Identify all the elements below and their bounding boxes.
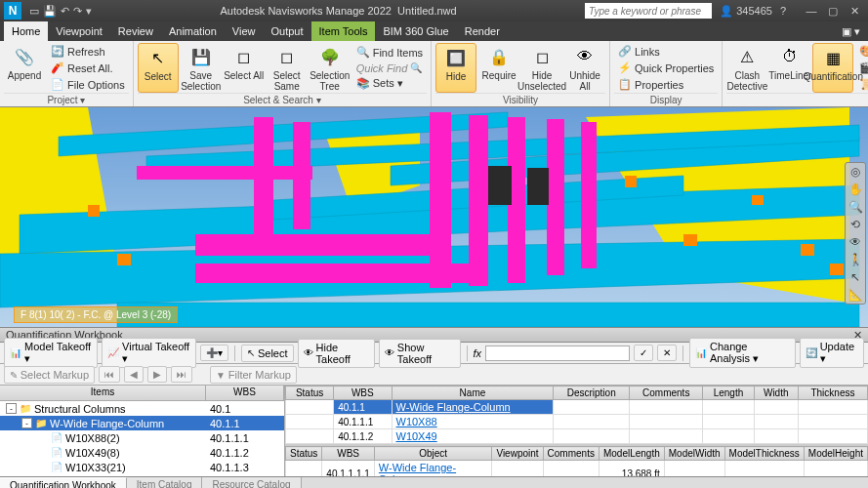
column-header[interactable]: WBS [334,386,392,400]
column-header[interactable]: Length [703,386,754,400]
column-header[interactable]: ModelThickness [724,447,804,461]
file-options-button[interactable]: 📄File Options [47,77,129,93]
show-takeoff-button[interactable]: 👁 Show Takeoff [379,339,461,368]
close-icon[interactable]: ✕ [845,5,864,18]
group-select-search[interactable]: Select & Search ▾ [138,93,427,106]
update-button[interactable]: 🔄 Update ▾ [800,338,864,368]
tab-resource-catalog[interactable]: Resource Catalog [202,477,301,488]
column-header[interactable]: ModelWidth [664,447,724,461]
model-takeoff-button[interactable]: 📊 Model Takeoff ▾ [4,338,98,368]
column-header[interactable]: ModelHeight [804,447,867,461]
grid-row[interactable]: 40.1.1.2W10X49 [286,429,868,444]
column-header[interactable]: Comments [543,447,599,461]
minimize-icon[interactable]: — [802,5,821,18]
tab-review[interactable]: Review [110,21,161,41]
timeliner-button[interactable]: ⏱TimeLiner [769,43,810,93]
tab-view[interactable]: View [225,21,264,41]
select-markup-button[interactable]: ✎ Select Markup [4,366,95,384]
tree-header-wbs[interactable]: WBS [206,386,284,400]
tree-row[interactable]: 📄W10X45(2)40.1.1.4 [0,474,284,476]
maximize-icon[interactable]: ▢ [823,5,843,18]
qat-redo-icon[interactable]: ↷ [73,5,82,18]
reset-all-button[interactable]: 🧨Reset All. [47,61,129,76]
tab-bim360[interactable]: BIM 360 Glue [375,21,456,41]
tab-item-catalog[interactable]: Item Catalog [127,477,203,488]
fx-cancel-icon[interactable]: ✕ [657,345,677,361]
virtual-takeoff-button[interactable]: 📈 Virtual Takeoff ▾ [102,338,196,368]
app-logo[interactable]: N [4,2,21,20]
tab-viewpoint[interactable]: Viewpoint [48,21,110,41]
tab-home[interactable]: Home [4,21,48,41]
tree-row[interactable]: 📄W10X49(8)40.1.1.2 [0,445,284,460]
look-icon[interactable]: 👁 [847,235,864,249]
qat-open-icon[interactable]: ▭ [29,5,39,18]
sets-button[interactable]: 📚Sets ▾ [352,76,427,92]
column-header[interactable]: Status [286,386,334,400]
hide-button[interactable]: 🔲Hide [435,43,476,93]
walk-icon[interactable]: 🚶 [847,253,864,266]
filter-markup-button[interactable]: ▼ Filter Markup [210,366,297,384]
tree-row[interactable]: -📁W-Wide Flange-Column40.1.1 [0,416,284,430]
quantification-button[interactable]: ▦Quantification [812,43,853,93]
unhide-all-button[interactable]: 👁Unhide All [564,43,605,93]
column-header[interactable]: Name [392,386,554,400]
column-header[interactable]: Description [554,386,630,400]
group-project[interactable]: Project ▾ [4,93,129,106]
select-button[interactable]: ↖Select [138,43,179,93]
column-header[interactable]: Viewpoint [492,447,543,461]
hide-takeoff-button[interactable]: 👁 Hide Takeoff [298,339,375,368]
column-header[interactable]: Status [286,447,322,461]
refresh-button[interactable]: 🔄Refresh [47,44,129,60]
links-button[interactable]: 🔗Links [614,44,718,60]
zoom-icon[interactable]: 🔍 [847,200,864,214]
objects-grid[interactable]: StatusWBSObjectViewpointCommentsModelLen… [285,446,868,476]
animator-button[interactable]: 🎬Animator [855,61,868,76]
select-tool-icon[interactable]: ↖ [847,270,864,284]
tree-row[interactable]: 📄W10X88(2)40.1.1.1 [0,430,284,445]
change-analysis-button[interactable]: 📊 Change Analysis ▾ [689,338,796,368]
grid-row[interactable]: 40.1.1.1.1W-Wide Flange-Column13.688 ft [286,461,868,477]
tab-output[interactable]: Output [264,21,311,41]
quick-find-input[interactable]: Quick Find 🔍 [352,61,427,75]
save-selection-button[interactable]: 💾Save Selection [181,43,222,93]
signin-icon[interactable]: 👤 345465 [720,5,772,18]
column-header[interactable]: Thickness [798,386,867,400]
pan-icon[interactable]: ✋ [847,183,864,196]
nav-next-icon[interactable]: ▶ [147,366,167,383]
select-btn[interactable]: ↖ Select [241,345,294,362]
tree-row[interactable]: 📄W10X33(21)40.1.1.3 [0,460,284,474]
formula-input[interactable] [485,346,630,361]
column-header[interactable]: ModelLength [599,447,664,461]
nav-last-icon[interactable]: ⏭ [171,366,192,383]
tree-header-items[interactable]: Items [0,386,206,400]
find-items-button[interactable]: 🔍Find Items [352,45,427,61]
measure-icon[interactable]: 📐 [847,288,864,302]
autodesk-rendering-button[interactable]: 🎨Autodesk Rendering [855,44,868,60]
clash-detective-button[interactable]: ⚠Clash Detective [726,43,767,93]
qat-undo-icon[interactable]: ↶ [61,5,69,18]
qat-save-icon[interactable]: 💾 [43,5,57,18]
column-header[interactable]: WBS [322,447,374,461]
column-header[interactable]: Width [754,386,798,400]
add-button[interactable]: ➕▾ [200,345,228,361]
scripter-button[interactable]: 📜Scripter [855,77,868,93]
ribbon-collapse-icon[interactable]: ▣ ▾ [834,21,868,41]
require-button[interactable]: 🔒Require [478,43,519,93]
nav-first-icon[interactable]: ⏮ [99,366,120,383]
grid-row[interactable]: 40.1.1W-Wide Flange-Column [286,400,868,415]
properties-button[interactable]: 📋Properties [614,77,718,93]
column-header[interactable]: Comments [630,386,703,400]
hide-unselected-button[interactable]: ◻Hide Unselected [521,43,562,93]
select-all-button[interactable]: ◻Select All [224,43,265,93]
grid-row[interactable]: 40.1.1.1W10X88 [286,415,868,429]
nav-prev-icon[interactable]: ◀ [124,366,144,383]
search-input[interactable] [585,3,712,19]
column-header[interactable]: Object [374,447,492,461]
items-grid[interactable]: StatusWBSNameDescriptionCommentsLengthWi… [285,386,868,444]
select-same-button[interactable]: ◻Select Same [267,43,308,93]
quick-properties-button[interactable]: ⚡Quick Properties [614,61,718,76]
tree-row[interactable]: -📁Structural Columns40.1 [0,401,284,416]
tab-render[interactable]: Render [457,21,508,41]
append-button[interactable]: 📎Append [4,43,45,93]
wheel-icon[interactable]: ◎ [847,165,864,179]
